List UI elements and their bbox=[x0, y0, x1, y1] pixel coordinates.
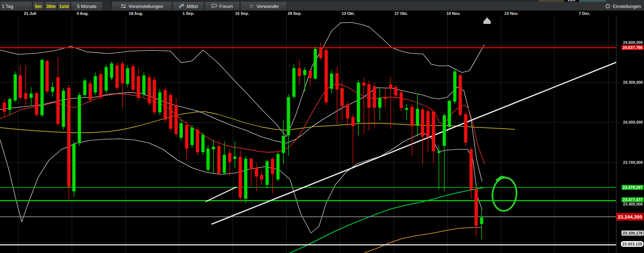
candle-body bbox=[427, 111, 430, 137]
timeframe-5m-label: 5m bbox=[35, 4, 42, 9]
annotation-circle[interactable] bbox=[491, 177, 518, 212]
timeframe-30m-label: 30m bbox=[46, 4, 55, 9]
candle-body bbox=[207, 149, 210, 170]
price-tick-label: 23.700,000 bbox=[623, 160, 643, 165]
candle-body bbox=[212, 147, 215, 149]
voreinstellungen-label: Voreinstellungen bbox=[128, 4, 163, 9]
eye-icon bbox=[249, 3, 254, 9]
forum-button[interactable]: Forum bbox=[204, 2, 240, 11]
candle-body bbox=[121, 63, 124, 83]
candle-body bbox=[266, 161, 269, 185]
candle-body bbox=[142, 75, 146, 94]
date-tick-label: 23 Nov. bbox=[504, 11, 518, 16]
candle-body bbox=[384, 97, 387, 99]
candle-body bbox=[367, 84, 371, 108]
einstellungen-label: Einstellungen bbox=[613, 4, 641, 9]
candle-body bbox=[432, 112, 435, 151]
candle-body bbox=[78, 95, 81, 143]
candles-icon bbox=[179, 3, 184, 9]
price-tick-label: 24.600,000 bbox=[623, 40, 643, 45]
candle-body bbox=[298, 68, 301, 76]
candle-body bbox=[421, 109, 424, 137]
up-arrow-marker bbox=[483, 17, 491, 24]
candle-body bbox=[352, 117, 355, 126]
timeframe-button-1tag[interactable]: 1 Tag bbox=[0, 2, 32, 11]
candle-body bbox=[400, 92, 403, 108]
mittel-button[interactable]: Mittel bbox=[173, 2, 204, 11]
date-tick-label: 29 Sep. bbox=[288, 11, 302, 16]
candle-body bbox=[169, 95, 173, 129]
timeframe-button-1std[interactable]: 1std bbox=[58, 2, 70, 11]
candle-body bbox=[132, 66, 135, 90]
chart-canvas[interactable] bbox=[0, 16, 644, 253]
candle-body bbox=[475, 189, 478, 226]
einstellungen-button[interactable]: Einstellungen bbox=[596, 2, 644, 11]
candle-body bbox=[67, 88, 71, 187]
date-tick-label: 7 Dez. bbox=[579, 11, 590, 16]
price-badge-green: 23.479,297 bbox=[622, 185, 644, 190]
price-badge-white-round: 23.023,125 bbox=[621, 241, 644, 247]
speech-bubble-icon bbox=[211, 3, 217, 9]
candle-body bbox=[341, 88, 344, 106]
candle-body bbox=[330, 74, 333, 89]
candle-body bbox=[153, 80, 156, 112]
price-tick-label: 23.400,000 bbox=[623, 202, 643, 206]
candle-body bbox=[255, 168, 258, 177]
date-tick-label: 10 Nov. bbox=[446, 11, 460, 16]
candle-body bbox=[480, 217, 483, 224]
price-badge-light: 23.100,178 bbox=[622, 231, 644, 236]
candle-body bbox=[411, 107, 414, 126]
candle-body bbox=[89, 83, 92, 100]
candle-body bbox=[239, 157, 242, 198]
verwandte-label: Verwandte bbox=[257, 4, 279, 9]
chart-toolbar: 1 Tag 5m 30m 1std 5 Monate Voreinstellun… bbox=[0, 2, 644, 11]
mittel-label: Mittel bbox=[187, 4, 198, 9]
range-button-5monate[interactable]: 5 Monate bbox=[71, 2, 103, 11]
candle-body bbox=[250, 159, 253, 169]
candle-body bbox=[287, 97, 290, 135]
candle-body bbox=[373, 86, 376, 108]
candle-body bbox=[185, 125, 188, 149]
candle-body bbox=[116, 65, 119, 88]
date-tick-label: 21 Juli bbox=[24, 11, 36, 16]
candlestick-chart[interactable] bbox=[0, 16, 644, 253]
candle-body bbox=[233, 157, 237, 159]
price-badge-green: 23.377,477 bbox=[622, 197, 644, 202]
candle-body bbox=[271, 159, 274, 174]
candle-body bbox=[464, 114, 468, 142]
trendline bbox=[212, 62, 616, 224]
candle-body bbox=[416, 109, 419, 126]
candle-body bbox=[309, 71, 312, 78]
price-axis: 24.600,00024.300,00024.000,00023.700,000… bbox=[616, 16, 644, 253]
candle-body bbox=[325, 50, 328, 102]
candle-body bbox=[110, 63, 113, 78]
orange-moving-average bbox=[364, 227, 481, 253]
candle-body bbox=[41, 60, 44, 115]
candle-body bbox=[46, 61, 49, 91]
candle-body bbox=[57, 77, 60, 124]
voreinstellungen-button[interactable]: Voreinstellungen bbox=[112, 2, 172, 11]
candle-body bbox=[72, 144, 76, 191]
timeframe-button-5m[interactable]: 5m bbox=[33, 2, 44, 11]
candle-body bbox=[201, 135, 205, 152]
date-tick-label: 18 Aug. bbox=[129, 11, 143, 16]
timeframe-1tag-label: 1 Tag bbox=[2, 4, 13, 9]
trendline-stub bbox=[206, 187, 236, 202]
date-tick-label: 4 Aug. bbox=[76, 11, 88, 16]
candle-body bbox=[437, 152, 441, 153]
candle-body bbox=[405, 108, 408, 110]
candle-body bbox=[8, 99, 12, 110]
timeframe-1std-label: 1std bbox=[59, 4, 69, 9]
candle-body bbox=[459, 75, 462, 115]
candle-body bbox=[126, 68, 129, 84]
green-moving-average bbox=[290, 188, 483, 253]
verwandte-button[interactable]: Verwandte bbox=[240, 2, 287, 11]
forum-label: Forum bbox=[219, 4, 233, 9]
candle-body bbox=[137, 76, 140, 98]
candle-body bbox=[3, 103, 6, 112]
candle-body bbox=[319, 47, 323, 58]
candle-body bbox=[51, 87, 54, 92]
timeframe-button-30m[interactable]: 30m bbox=[45, 2, 57, 11]
candle-body bbox=[175, 105, 178, 134]
candle-body bbox=[394, 87, 398, 95]
